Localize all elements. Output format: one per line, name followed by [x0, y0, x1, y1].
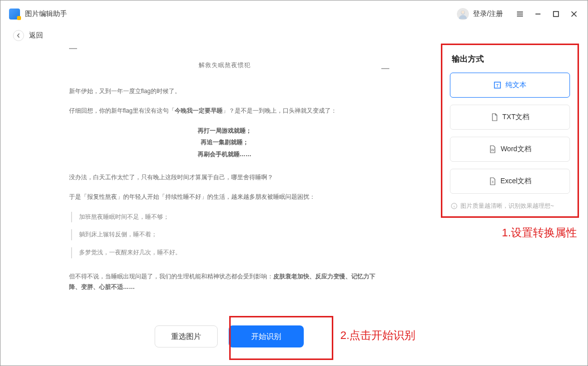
maximize-icon[interactable] — [551, 9, 561, 19]
reselect-button[interactable]: 重选图片 — [155, 325, 218, 347]
document-content: 解救失眠熬夜惯犯 新年伊始，又到一年一度立flag的时候了。 仔细回想，你的新年… — [69, 53, 389, 302]
hint-row: 图片质量越清晰，识别效果越理想~ — [445, 202, 575, 210]
button-label: 重选图片 — [171, 332, 201, 341]
title-bar: 图片编辑助手 登录/注册 — [0, 0, 588, 28]
image-preview: 解救失眠熬夜惯犯 新年伊始，又到一年一度立flag的时候了。 仔细回想，你的新年… — [69, 48, 389, 318]
excel-file-icon: X — [488, 177, 496, 185]
output-title: 输出方式 — [452, 54, 575, 65]
button-label: 开始识别 — [251, 332, 281, 341]
app-title: 图片编辑助手 — [25, 10, 67, 19]
menu-icon[interactable] — [515, 9, 525, 19]
login-label: 登录/注册 — [473, 10, 503, 19]
app-icon — [9, 9, 20, 20]
doc-paragraph: 但不得不说，当睡眠出现问题了，我们的生理机能和精神状态都会受到影响：皮肤衰老加快… — [69, 271, 380, 293]
doc-center-block: 再打一局游戏就睡； 再追一集剧就睡； 再刷会手机就睡…… — [69, 126, 380, 160]
output-option-word[interactable]: W Word文档 — [450, 137, 570, 162]
option-label: Excel文档 — [500, 177, 531, 186]
main-area: 解救失眠熬夜惯犯 新年伊始，又到一年一度立flag的时候了。 仔细回想，你的新年… — [0, 48, 588, 347]
avatar-icon — [457, 8, 469, 20]
preview-column: 解救失眠熬夜惯犯 新年伊始，又到一年一度立flag的时候了。 仔细回想，你的新年… — [13, 48, 445, 347]
svg-rect-6 — [553, 12, 558, 17]
option-label: Word文档 — [500, 145, 531, 154]
info-icon — [451, 203, 457, 209]
output-option-txt[interactable]: TXT文档 — [450, 105, 570, 130]
start-recognition-button[interactable]: 开始识别 — [229, 325, 304, 347]
option-label: TXT文档 — [502, 113, 529, 122]
doc-paragraph: 新年伊始，又到一年一度立flag的时候了。 — [69, 86, 380, 97]
svg-text:W: W — [491, 148, 495, 152]
chevron-left-icon — [16, 33, 21, 38]
svg-point-1 — [461, 11, 464, 14]
doc-quote: 躺到床上辗转反侧，睡不着； — [71, 229, 380, 240]
window-controls — [515, 9, 579, 19]
output-option-plain-text[interactable]: T 纯文本 — [450, 73, 570, 98]
svg-text:T: T — [496, 83, 499, 88]
close-icon[interactable] — [569, 9, 579, 19]
output-panel: 输出方式 T 纯文本 TXT文档 W Word文档 X Excel文档 — [445, 48, 575, 215]
output-option-excel[interactable]: X Excel文档 — [450, 169, 570, 194]
doc-title: 解救失眠熬夜惯犯 — [69, 60, 380, 71]
doc-quote: 加班熬夜睡眠时间不足，睡不够； — [71, 212, 380, 223]
action-row: 重选图片 开始识别 — [155, 325, 304, 347]
minimize-icon[interactable] — [533, 9, 543, 19]
hint-text: 图片质量越清晰，识别效果越理想~ — [460, 202, 554, 210]
back-label: 返回 — [29, 31, 43, 40]
doc-paragraph: 于是「报复性熬夜」的年轻人开始「持续性睡不好」的生活，越来越多朋友被睡眠问题困扰… — [69, 192, 380, 203]
svg-text:X: X — [491, 180, 494, 184]
doc-paragraph: 没办法，白天工作太忙了，只有晚上这段时间才算属于自己，哪里舍得睡啊？ — [69, 172, 380, 183]
sidebar: 输出方式 T 纯文本 TXT文档 W Word文档 X Excel文档 — [445, 48, 575, 347]
back-button[interactable] — [13, 30, 24, 41]
option-label: 纯文本 — [505, 81, 526, 90]
doc-quote: 多梦觉浅，一夜醒来好几次，睡不好。 — [71, 247, 380, 258]
doc-paragraph: 仔细回想，你的新年flag里有没有这句「今晚我一定要早睡」？是不是一到晚上，口头… — [69, 106, 380, 117]
back-row: 返回 — [0, 28, 588, 43]
login-button[interactable]: 登录/注册 — [457, 8, 503, 20]
word-file-icon: W — [488, 145, 496, 153]
text-icon: T — [493, 81, 501, 89]
txt-file-icon — [490, 113, 498, 121]
